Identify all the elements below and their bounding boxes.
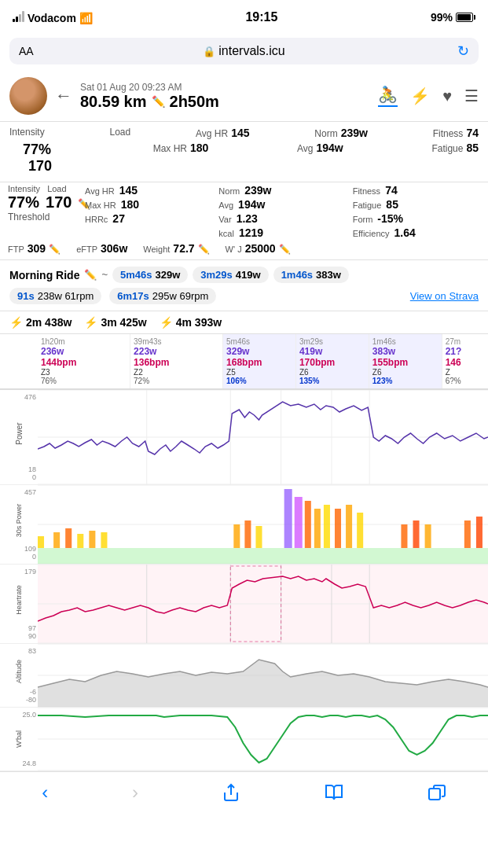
fatigue-big: 85: [386, 198, 398, 211]
intensity-big: 77%: [8, 193, 39, 211]
intervals-title: Morning Ride ✏️ ~ 5m46s 329w 3m29s 419w …: [9, 267, 479, 283]
weight-pencil[interactable]: ✏️: [198, 244, 210, 255]
norm-value: 239w: [341, 127, 368, 139]
load-metric: Load: [110, 127, 131, 139]
status-time: 19:15: [245, 10, 277, 24]
svg-rect-15: [77, 534, 83, 548]
intervals-section: Morning Ride ✏️ ~ 5m46s 329w 3m29s 419w …: [0, 260, 488, 311]
svg-rect-14: [65, 528, 72, 548]
wprime-pencil[interactable]: ✏️: [279, 244, 291, 255]
altitude-chart-wrapper: 83 Altitude -6 -80: [0, 644, 488, 708]
signal-icon: [13, 11, 24, 22]
intensity-lbl: Intensity Load: [8, 184, 67, 193]
power30-chart-wrapper: 457 30s Power 109 0: [0, 485, 488, 565]
nav-bookmarks-button[interactable]: [325, 783, 343, 802]
power-icon[interactable]: ⚡: [410, 86, 430, 105]
nav-share-button[interactable]: [222, 783, 240, 802]
chart-ylabel-spacer: [0, 334, 38, 388]
fatigue-label: Fatigue: [431, 143, 463, 154]
wbal-chart-wrapper: 25.0 W'bal 24.8: [0, 708, 488, 771]
svg-rect-32: [464, 520, 471, 548]
svg-rect-13: [53, 532, 60, 548]
text-size-button[interactable]: AA: [19, 45, 34, 57]
ftp-pencil[interactable]: ✏️: [49, 244, 61, 255]
svg-rect-24: [314, 509, 321, 548]
svg-rect-27: [346, 505, 352, 548]
url-bar[interactable]: AA 🔒 intervals.icu ↻: [9, 38, 479, 64]
interval-chip-2: 3m29s 419w: [193, 267, 268, 283]
nav-back-button[interactable]: ‹: [42, 782, 48, 804]
avg-label: Avg: [297, 143, 313, 154]
cycling-icon[interactable]: 🚴: [378, 85, 398, 107]
efficiency-big: 1.64: [394, 226, 416, 239]
battery-pct: 99%: [431, 11, 453, 24]
metrics-detail: Intensity Load 77% 170 ✏️ Threshold Avg …: [0, 182, 488, 260]
svg-rect-28: [357, 513, 363, 548]
charts-container: 476 Power 18 0 457: [0, 390, 488, 771]
effort-icon-3: ⚡: [160, 316, 173, 329]
lock-icon: 🔒: [203, 46, 215, 57]
edit-name-icon[interactable]: ✏️: [84, 269, 97, 281]
nav-tabs-button[interactable]: [427, 783, 446, 802]
avg-big: 194w: [238, 198, 265, 211]
power30-ylabel: 30s Power: [15, 504, 23, 538]
kcal-big: 1219: [239, 226, 263, 239]
activity-icons: 🚴 ⚡ ♥ ☰: [378, 85, 479, 107]
fitness-big: 74: [385, 184, 398, 197]
effort-icon-1: ⚡: [9, 316, 23, 329]
avghr-metric: Avg HR 145: [196, 127, 250, 139]
chart-cols: 1h20m 236w 144bpm Z3 76% 39m43s 223w 136…: [38, 334, 488, 388]
fatigue-metric: Fatigue 85: [431, 142, 479, 175]
chart-col-5: 1m46s 383w 155bpm Z6 123%: [369, 334, 442, 388]
activity-duration: 2h50m: [170, 93, 219, 111]
effort-icon-2: ⚡: [84, 316, 97, 329]
altitude-chart: [38, 644, 488, 707]
form-big: -15%: [377, 212, 403, 225]
svg-rect-25: [324, 505, 330, 548]
norm-label: Norm: [314, 128, 337, 139]
power-chart-wrapper: 476 Power 18 0: [0, 390, 488, 485]
svg-rect-21: [284, 489, 292, 548]
battery-info: 99%: [431, 11, 475, 24]
chart-column-headers: 1h20m 236w 144bpm Z3 76% 39m43s 223w 136…: [0, 334, 488, 390]
intervals-sub: 91s 238w 61rpm 6m17s 295w 69rpm View on …: [9, 288, 479, 304]
metrics-row-1: Intensity Load Avg HR 145 Norm 239w Fitn…: [9, 127, 479, 139]
carrier-signal: Vodacom 📶: [13, 11, 93, 24]
load-big: 170: [46, 193, 72, 211]
svg-rect-33: [476, 517, 482, 548]
reload-button[interactable]: ↻: [457, 42, 469, 60]
norm-metric: Norm 239w: [314, 127, 368, 139]
fitness-value: 74: [466, 127, 479, 139]
maxhr-metric: Max HR 180: [153, 142, 209, 175]
weight-big: 72.7: [173, 242, 194, 255]
nav-forward-button[interactable]: ›: [132, 782, 138, 804]
avatar[interactable]: [9, 77, 47, 115]
fatigue-value: 85: [466, 142, 479, 154]
intensity-label: Intensity: [9, 127, 45, 138]
svg-rect-52: [429, 789, 440, 800]
url-text[interactable]: intervals.icu: [218, 44, 284, 58]
edit-distance-icon[interactable]: ✏️: [152, 95, 165, 108]
activity-header: ← Sat 01 Aug 20 09:23 AM 80.59 km ✏️ 2h5…: [0, 71, 488, 122]
chart-col-6: 27m 21? 146 Z 6?%: [442, 334, 488, 388]
status-bar: Vodacom 📶 19:15 99%: [0, 0, 488, 35]
hr-ylabel: Heartrate: [15, 585, 23, 615]
heart-icon[interactable]: ♥: [442, 87, 452, 105]
fitness-label: Fitness: [433, 128, 464, 139]
ftp-big: 309: [28, 242, 46, 255]
svg-marker-47: [38, 660, 488, 707]
hr-chart: [38, 565, 488, 643]
hrrc-big: 27: [112, 212, 125, 225]
back-button[interactable]: ←: [55, 86, 72, 106]
var-big: 1.23: [237, 212, 258, 225]
menu-icon[interactable]: ☰: [464, 86, 479, 105]
activity-name: Morning Ride: [9, 269, 79, 281]
svg-rect-12: [38, 536, 44, 548]
svg-rect-26: [335, 509, 341, 548]
interval-chip-1: 5m46s 329w: [112, 267, 188, 283]
threshold-sub: Threshold: [8, 211, 50, 223]
metrics-row-2: 77% 170 Max HR 180 Avg 194w Fatigue 85: [9, 142, 479, 175]
view-on-strava-link[interactable]: View on Strava: [410, 290, 479, 302]
wbal-top: 25.0: [22, 711, 36, 719]
best-efforts: ⚡ 2m 438w ⚡ 3m 425w ⚡ 4m 393w: [0, 311, 488, 334]
